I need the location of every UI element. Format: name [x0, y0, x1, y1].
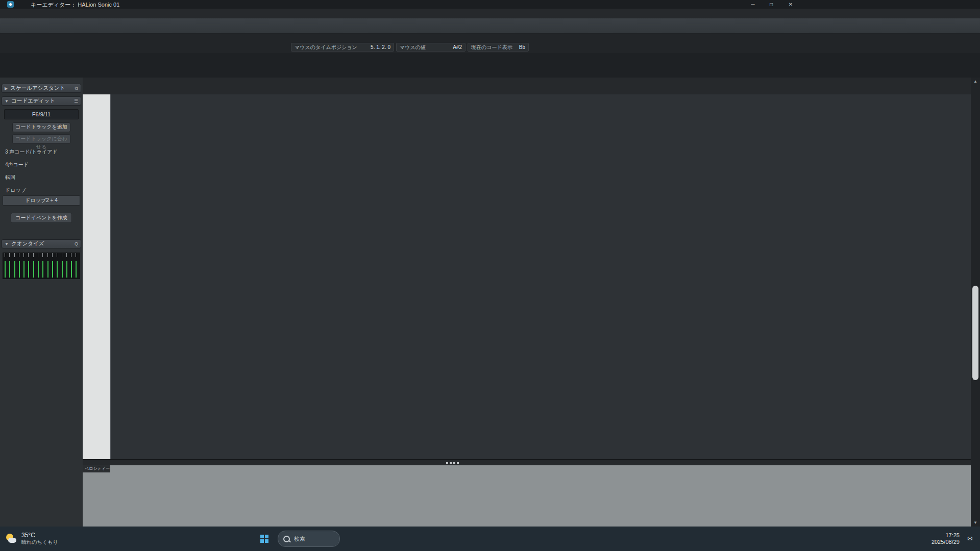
- match-chord-track-button[interactable]: コードトラックに合わせる: [12, 134, 70, 144]
- quantize-grid-ticks: [5, 253, 78, 257]
- window-title: キーエディター： HALion Sonic 01: [31, 1, 119, 9]
- drop-2-4-button[interactable]: ドロップ2 + 4: [3, 195, 80, 206]
- weather-desc: 晴れのちくもり: [21, 539, 58, 546]
- left-zone-panel: ▶ スケールアシスタント ⧉ ▼ コードエディット ☰ F6/9/11 コードト…: [0, 78, 83, 527]
- mouse-time-position: マウスのタイムポジション 5. 1. 2. 0: [291, 43, 394, 52]
- windows-logo-icon: [260, 535, 268, 543]
- create-chord-event-button[interactable]: コードイベントを作成: [11, 213, 72, 223]
- quantize-grid-lines: [5, 261, 78, 278]
- search-icon: [283, 536, 290, 542]
- system-tray: 17:25 2025/08/29 ✉: [920, 532, 976, 545]
- start-button[interactable]: [258, 532, 271, 545]
- section-scale-assistant[interactable]: ▶ スケールアシスタント ⧉: [2, 84, 81, 93]
- quantize-grid-display: [3, 253, 80, 279]
- close-button[interactable]: ✕: [783, 0, 798, 9]
- weather-temp: 35°C: [21, 532, 58, 539]
- add-chord-track-button[interactable]: コードトラックを追加: [12, 122, 70, 132]
- inversion-label: 転回: [5, 174, 78, 181]
- section-chord-edit[interactable]: ▼ コードエディット ☰: [2, 96, 81, 106]
- search-box[interactable]: 検索: [278, 531, 340, 547]
- triads-label: 3 声コード/トライアド: [5, 148, 78, 156]
- chevron-down-icon: ▼: [5, 242, 9, 246]
- mouse-value: マウスの値 A#2: [396, 43, 465, 52]
- scrollbar-thumb[interactable]: [972, 286, 978, 380]
- taskbar-center: 検索: [255, 531, 344, 547]
- velocity-lane-label: ベロシティー: [83, 465, 110, 472]
- notification-icon[interactable]: ✉: [967, 535, 972, 542]
- drop-label: ドロップ: [5, 187, 78, 194]
- chevron-right-icon: ▶: [5, 86, 8, 91]
- maximize-button[interactable]: □: [764, 0, 779, 9]
- quantize-icon: Q: [75, 241, 78, 246]
- info-line: [0, 53, 980, 78]
- title-bar: ◆ キーエディター： HALion Sonic 01 ─ □ ✕: [0, 0, 980, 9]
- current-chord-readout: F6/9/11: [4, 109, 79, 119]
- lane-divider-handle[interactable]: [446, 462, 460, 464]
- note-grid[interactable]: [110, 94, 971, 459]
- tetrads-label: 4声コード: [5, 161, 78, 168]
- minimize-button[interactable]: ─: [745, 0, 761, 9]
- menu-icon: ☰: [74, 98, 78, 104]
- vertical-scrollbar[interactable]: ▲ ▼: [971, 78, 980, 527]
- taskbar-clock[interactable]: 17:25 2025/08/29: [932, 532, 960, 545]
- scroll-up-icon[interactable]: ▲: [971, 79, 980, 84]
- scroll-down-icon[interactable]: ▼: [971, 520, 980, 525]
- section-quantize[interactable]: ▼ クオンタイズ Q: [2, 239, 81, 248]
- velocity-lane[interactable]: ベロシティー: [83, 465, 971, 527]
- window-icon: ⧉: [75, 86, 78, 91]
- timeline-ruler[interactable]: [110, 78, 971, 95]
- app-icon: ◆: [7, 1, 14, 8]
- ruler-corner: [83, 78, 110, 95]
- status-row: マウスのタイムポジション 5. 1. 2. 0 マウスの値 A#2 現在のコード…: [0, 34, 980, 53]
- weather-widget[interactable]: 35°C 晴れのちくもり: [5, 532, 82, 546]
- piano-keyboard[interactable]: [83, 94, 111, 459]
- current-chord-display: 現在のコード表示 Bb: [468, 43, 529, 52]
- toolbar: [0, 18, 980, 34]
- menu-bar: [0, 9, 980, 18]
- weather-icon: [5, 533, 17, 545]
- windows-taskbar: 35°C 晴れのちくもり 検索 17:25 2025/08/29 ✉: [0, 527, 980, 551]
- chevron-down-icon: ▼: [5, 99, 9, 104]
